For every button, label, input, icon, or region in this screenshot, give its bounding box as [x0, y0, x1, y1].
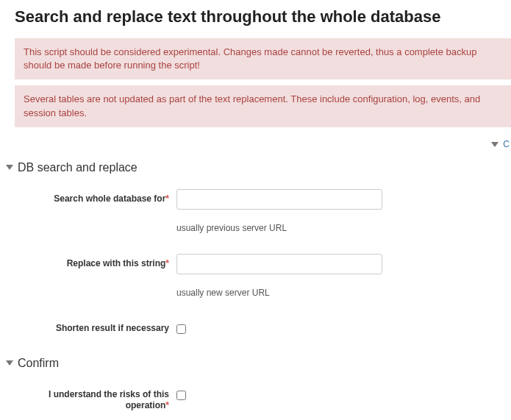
- understand-label: I understand the risks of this operation…: [15, 385, 176, 412]
- search-hint: usually previous server URL: [176, 223, 511, 233]
- required-indicator: *: [165, 193, 169, 204]
- alert-tables-excluded: Several tables are not updated as part o…: [15, 85, 511, 127]
- shorten-checkbox[interactable]: [176, 324, 186, 334]
- page-title: Search and replace text throughout the w…: [15, 7, 511, 26]
- required-indicator: *: [165, 258, 169, 268]
- chevron-down-icon: [491, 142, 499, 147]
- replace-label: Replace with this string*: [15, 254, 176, 270]
- replace-input[interactable]: [176, 254, 382, 274]
- required-indicator: *: [165, 400, 169, 410]
- search-input[interactable]: [176, 189, 382, 210]
- chevron-down-icon: [6, 360, 13, 366]
- understand-checkbox[interactable]: [176, 391, 186, 400]
- section-confirm[interactable]: Confirm: [6, 357, 511, 370]
- section-title: DB search and replace: [18, 161, 137, 174]
- section-title: Confirm: [18, 357, 59, 370]
- shorten-label: Shorten result if necessary: [15, 318, 176, 335]
- collapse-label: C: [503, 139, 510, 149]
- alert-experimental: This script should be considered experim…: [15, 38, 511, 79]
- collapse-toggle[interactable]: C: [15, 139, 511, 149]
- chevron-down-icon: [6, 165, 13, 170]
- replace-hint: usually new server URL: [176, 288, 511, 298]
- search-label: Search whole database for*: [15, 189, 176, 205]
- section-db-search-replace[interactable]: DB search and replace: [6, 161, 511, 174]
